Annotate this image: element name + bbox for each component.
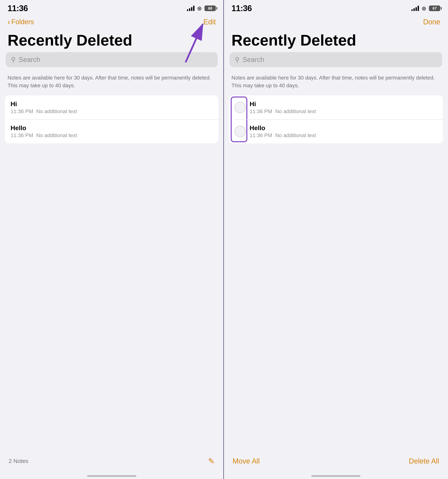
signal-icon-right <box>411 6 419 11</box>
search-icon-left: ⚲ <box>11 56 16 63</box>
page-title-right: Recently Deleted <box>224 30 448 52</box>
list-item[interactable]: Hello 11:36 PM No additional text <box>5 119 218 143</box>
done-button[interactable]: Done <box>423 18 440 26</box>
compose-icon[interactable]: ✎ <box>208 457 215 466</box>
info-text-left: Notes are available here for 30 days. Af… <box>0 73 223 95</box>
note-content: Hi 11:36 PM No additional text <box>250 100 437 114</box>
battery-left: 68 <box>204 6 216 11</box>
note-meta: 11:36 PM No additional text <box>11 108 213 114</box>
note-title: Hello <box>250 124 437 132</box>
search-bar-right[interactable]: ⚲ Search <box>230 52 442 67</box>
home-indicator-left <box>87 475 136 477</box>
status-icons-left: ⊛ 68 <box>187 5 216 12</box>
search-placeholder-left: Search <box>19 56 40 64</box>
right-panel: 11:36 ⊛ 67 Done Recently Deleted ⚲ Searc… <box>224 0 448 479</box>
list-item[interactable]: Hi 11:36 PM No additional text <box>5 95 218 119</box>
note-title: Hello <box>11 124 213 132</box>
note-time: 11:36 PM <box>11 133 33 138</box>
time-right: 11:36 <box>231 4 252 13</box>
wifi-icon-right: ⊛ <box>422 5 426 12</box>
status-bar-left: 11:36 ⊛ 68 <box>0 0 223 15</box>
nav-bar-right: Done <box>224 15 448 30</box>
note-content: Hello 11:36 PM No additional text <box>11 124 213 139</box>
delete-all-button[interactable]: Delete All <box>409 457 439 465</box>
edit-button[interactable]: Edit <box>204 18 216 26</box>
note-content: Hi 11:36 PM No additional text <box>11 100 213 114</box>
wifi-icon-left: ⊛ <box>197 5 202 12</box>
chevron-left-icon: ‹ <box>7 18 10 26</box>
note-subtitle: No additional text <box>275 133 316 138</box>
notes-list-left: Hi 11:36 PM No additional text Hello 11:… <box>5 95 218 143</box>
note-content: Hello 11:36 PM No additional text <box>250 124 437 139</box>
nav-bar-left: ‹ Folders Edit <box>0 15 223 30</box>
note-subtitle: No additional text <box>36 108 77 114</box>
move-all-button[interactable]: Move All <box>233 457 260 465</box>
battery-right: 67 <box>429 6 440 11</box>
note-title: Hi <box>11 100 213 108</box>
status-bar-right: 11:36 ⊛ 67 <box>224 0 448 15</box>
back-label: Folders <box>11 18 34 26</box>
note-title: Hi <box>250 100 437 108</box>
list-item[interactable]: Hi 11:36 PM No additional text <box>229 95 443 119</box>
bottom-bar-left: 2 Notes ✎ <box>0 449 223 479</box>
select-circle-1[interactable] <box>235 102 246 113</box>
note-time: 11:36 PM <box>250 108 272 114</box>
note-time: 11:36 PM <box>11 108 33 114</box>
note-meta: 11:36 PM No additional text <box>11 133 213 139</box>
notes-list-right: Hi 11:36 PM No additional text Hello 11:… <box>229 95 443 143</box>
note-subtitle: No additional text <box>275 108 316 114</box>
note-subtitle: No additional text <box>36 133 77 138</box>
select-circle-2[interactable] <box>235 126 246 137</box>
note-meta: 11:36 PM No additional text <box>250 133 437 139</box>
status-icons-right: ⊛ 67 <box>411 5 440 12</box>
search-placeholder-right: Search <box>243 56 264 64</box>
note-time: 11:36 PM <box>250 133 272 138</box>
back-button[interactable]: ‹ Folders <box>7 18 34 26</box>
home-indicator-right <box>311 475 360 477</box>
search-bar-left[interactable]: ⚲ Search <box>6 52 218 67</box>
time-left: 11:36 <box>7 4 28 13</box>
bottom-bar-right: Move All Delete All <box>224 449 448 479</box>
page-title-left: Recently Deleted <box>0 30 223 52</box>
info-text-right: Notes are available here for 30 days. Af… <box>224 73 448 95</box>
note-meta: 11:36 PM No additional text <box>250 108 437 114</box>
left-panel: 11:36 ⊛ 68 ‹ Folders Edit Recently Delet… <box>0 0 224 479</box>
search-icon-right: ⚲ <box>235 56 240 63</box>
signal-icon-left <box>187 6 194 11</box>
list-item[interactable]: Hello 11:36 PM No additional text <box>229 119 443 143</box>
notes-count: 2 Notes <box>9 458 28 464</box>
